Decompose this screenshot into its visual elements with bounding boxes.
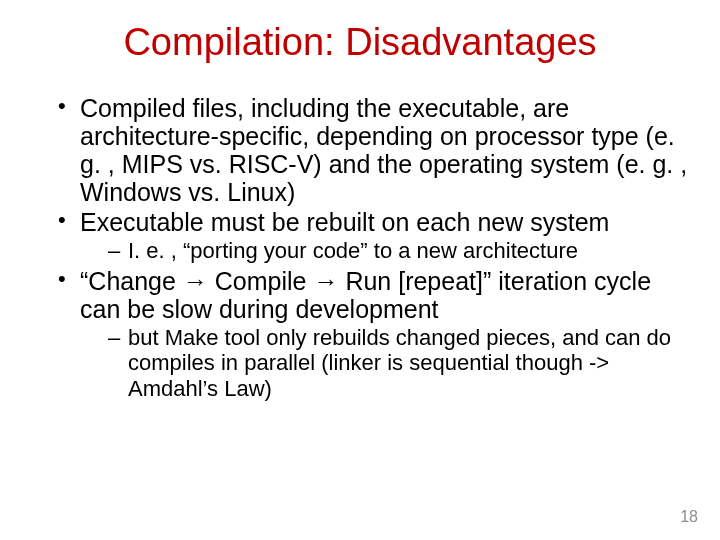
slide-title: Compilation: Disadvantages [32, 22, 688, 64]
bullet-item: Executable must be rebuilt on each new s… [58, 208, 688, 263]
bullet-item: Compiled files, including the executable… [58, 94, 688, 206]
sub-bullet-item: I. e. , “porting your code” to a new arc… [108, 238, 688, 263]
bullet-text: Executable must be rebuilt on each new s… [80, 208, 609, 236]
sub-bullet-item: but Make tool only rebuilds changed piec… [108, 325, 688, 401]
sub-bullet-text: but Make tool only rebuilds changed piec… [128, 325, 671, 401]
slide: Compilation: Disadvantages Compiled file… [0, 0, 720, 540]
sub-bullet-list: but Make tool only rebuilds changed piec… [80, 325, 688, 401]
bullet-text: “Change → Compile → Run [repeat]” iterat… [80, 267, 651, 323]
page-number: 18 [680, 508, 698, 526]
bullet-item: “Change → Compile → Run [repeat]” iterat… [58, 267, 688, 401]
bullet-list: Compiled files, including the executable… [32, 94, 688, 401]
sub-bullet-text: I. e. , “porting your code” to a new arc… [128, 238, 578, 263]
bullet-text: Compiled files, including the executable… [80, 94, 687, 206]
sub-bullet-list: I. e. , “porting your code” to a new arc… [80, 238, 688, 263]
